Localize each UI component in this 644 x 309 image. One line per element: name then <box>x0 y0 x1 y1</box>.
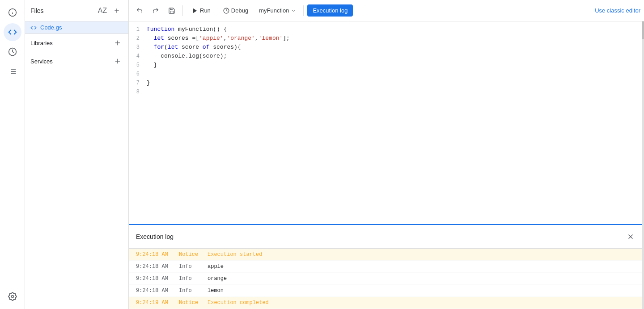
undo-button[interactable] <box>132 4 147 18</box>
run-button[interactable]: Run <box>186 4 216 17</box>
add-library-button[interactable] <box>112 38 123 48</box>
function-selector[interactable]: myFunction <box>255 5 300 16</box>
log-row: 9:24:19 AMNoticeExecution completed <box>129 297 644 309</box>
save-button[interactable] <box>165 4 179 18</box>
redo-button[interactable] <box>148 4 163 18</box>
line-num-6: 6 <box>129 70 147 79</box>
exec-log-body: 9:24:18 AMNoticeExecution started9:24:18… <box>129 249 644 309</box>
add-service-button[interactable] <box>112 56 123 67</box>
debug-button[interactable]: Debug <box>218 4 254 17</box>
libraries-section[interactable]: Libraries <box>25 33 128 52</box>
code-line-7: 7 } <box>129 79 644 88</box>
code-line-2: 2 let scores =['apple','orange','lemon']… <box>129 34 644 43</box>
log-row: 9:24:18 AMInfoorange <box>129 273 644 285</box>
svg-marker-17 <box>193 8 197 13</box>
sidebar: Files AZ Code.gs Libraries Services <box>25 0 129 309</box>
services-label: Services <box>30 58 53 65</box>
line-num-3: 3 <box>129 43 147 52</box>
execution-log-label: Execution log <box>313 7 347 14</box>
line-content-7: } <box>147 79 644 88</box>
editor-area: 1 function myFunction() { 2 let scores =… <box>129 21 644 309</box>
execution-log-panel: Execution log 9:24:18 AMNoticeExecution … <box>129 224 644 309</box>
function-name: myFunction <box>259 7 289 14</box>
log-level: Info <box>179 276 200 282</box>
code-icon[interactable] <box>4 23 21 41</box>
log-message: lemon <box>208 288 224 294</box>
log-level: Notice <box>179 300 200 306</box>
sort-files-button[interactable]: AZ <box>96 4 109 17</box>
code-line-4: 4 console.log(score); <box>129 52 644 61</box>
log-time: 9:24:18 AM <box>136 263 172 270</box>
editor-scrollbar <box>642 21 644 309</box>
line-num-7: 7 <box>129 79 147 88</box>
settings-icon[interactable] <box>4 288 21 305</box>
info-icon[interactable] <box>4 4 21 21</box>
log-message: orange <box>208 276 227 282</box>
log-level: Notice <box>179 251 200 258</box>
log-row: 9:24:18 AMNoticeExecution started <box>129 249 644 261</box>
exec-log-close-button[interactable] <box>624 230 637 243</box>
svg-point-10 <box>11 296 13 298</box>
main-area: Run Debug myFunction Execution log Use c… <box>129 0 644 309</box>
add-file-button[interactable] <box>110 4 123 17</box>
exec-log-header: Execution log <box>129 225 644 249</box>
code-line-1: 1 function myFunction() { <box>129 25 644 34</box>
icon-bar <box>0 0 25 309</box>
line-num-4: 4 <box>129 52 147 61</box>
file-item-code-gs[interactable]: Code.gs <box>25 21 128 33</box>
file-name: Code.gs <box>40 24 62 31</box>
line-num-2: 2 <box>129 34 147 43</box>
sidebar-header-actions: AZ <box>96 4 123 17</box>
line-content-5: } <box>147 61 644 70</box>
code-line-5: 5 } <box>129 61 644 70</box>
libraries-label: Libraries <box>30 40 53 46</box>
log-level: Info <box>179 263 200 270</box>
log-row: 9:24:18 AMInfolemon <box>129 285 644 297</box>
scrollbar-thumb <box>642 21 644 39</box>
clock-icon[interactable] <box>4 43 21 61</box>
execution-log-button[interactable]: Execution log <box>307 4 353 17</box>
run-label: Run <box>200 7 211 14</box>
log-message: Execution started <box>208 251 262 258</box>
line-num-8: 8 <box>129 88 147 96</box>
log-time: 9:24:18 AM <box>136 251 172 258</box>
services-section[interactable]: Services <box>25 52 128 70</box>
debug-label: Debug <box>231 7 248 14</box>
exec-log-title: Execution log <box>136 233 174 240</box>
log-row: 9:24:18 AMInfoapple <box>129 261 644 273</box>
line-content-3: for(let score of scores){ <box>147 43 644 52</box>
files-title: Files <box>30 7 44 14</box>
log-time: 9:24:19 AM <box>136 300 172 306</box>
triggers-icon[interactable] <box>4 63 21 80</box>
log-time: 9:24:18 AM <box>136 276 172 282</box>
line-content-1: function myFunction() { <box>147 25 644 34</box>
line-num-1: 1 <box>129 25 147 34</box>
log-time: 9:24:18 AM <box>136 288 172 294</box>
code-line-6: 6 <box>129 70 644 79</box>
toolbar: Run Debug myFunction Execution log Use c… <box>129 0 644 21</box>
toolbar-divider-1 <box>182 5 183 16</box>
line-num-5: 5 <box>129 61 147 70</box>
toolbar-divider-2 <box>303 5 304 16</box>
line-content-2: let scores =['apple','orange','lemon']; <box>147 34 644 43</box>
code-line-8: 8 <box>129 88 644 96</box>
code-editor[interactable]: 1 function myFunction() { 2 let scores =… <box>129 21 644 224</box>
classic-editor-link[interactable]: Use classic editor <box>595 7 640 14</box>
files-header: Files AZ <box>25 0 128 21</box>
log-message: apple <box>208 263 224 270</box>
log-message: Execution completed <box>208 300 269 306</box>
line-content-4: console.log(score); <box>147 52 644 61</box>
code-line-3: 3 for(let score of scores){ <box>129 43 644 52</box>
log-level: Info <box>179 288 200 294</box>
